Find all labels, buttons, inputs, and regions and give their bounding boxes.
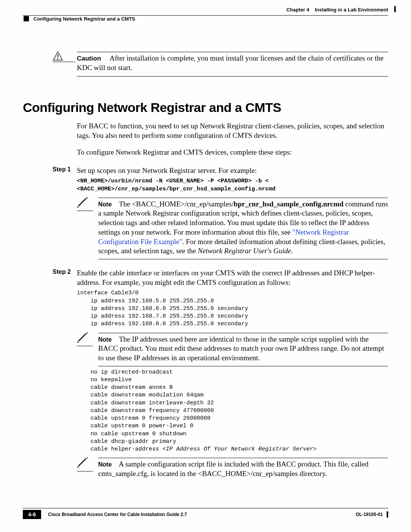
header-chapter-title: Installing in a Lab Environment [315,7,388,13]
section-title: Configuring Network Registrar and a CMTS [23,100,388,115]
caution-icon [23,51,77,62]
svg-line-9 [78,459,86,466]
caution-label: Caution [77,55,101,62]
step-2-label: Step 2 [23,268,77,275]
svg-marker-11 [77,466,78,468]
step-1-note-label: Note [98,201,117,209]
footer-doc-id: OL-19105-01 [356,512,383,517]
section-intro-1: For BACC to function, you need to set up… [77,121,388,140]
step-2-note2-label: Note [98,461,117,469]
caution-block: Caution After installation is complete, … [23,51,388,78]
header-chapter: Chapter 4 Installing in a Lab Environmen… [287,7,388,13]
footer-marker-icon [387,511,388,518]
svg-line-3 [78,198,86,206]
note-icon [77,197,98,211]
page-footer: 4-6 Cisco Broadband Access Center for Ca… [23,508,388,519]
note-icon [77,457,98,471]
page-number-badge: 4-6 [23,510,41,519]
section-intro-2: To configure Network Registrar and CMTS … [77,147,388,157]
step-1-text: Set up scopes on your Network Registrar … [77,166,388,176]
svg-marker-7 [86,332,88,334]
header-chapter-label: Chapter 4 [287,7,309,13]
content: Caution After installation is complete, … [23,51,388,479]
step-2-code-1: interface Cable3/0 ip address 192.168.5.… [77,289,388,328]
step-2-note2-text: A sample configuration script file is in… [98,460,368,478]
page: Chapter 4 Installing in a Lab Environmen… [0,0,411,532]
step-2-text: Enable the cable interface or interfaces… [77,268,388,287]
step-1: Step 1 Set up scopes on your Network Reg… [23,166,388,259]
header-square-icon [24,16,29,21]
running-header: Chapter 4 Installing in a Lab Environmen… [23,15,388,28]
svg-point-2 [57,58,59,59]
step-2-note-2: Note A sample configuration script file … [77,457,388,478]
step-2-code-2: no ip directed-broadcast no keepalive ca… [77,369,388,454]
header-marker-icon [394,6,396,12]
step-1-label: Step 1 [23,166,77,173]
step-2-note-1: Note The IP addresses used here are iden… [77,332,388,366]
caution-text: After installation is complete, you must… [77,54,384,72]
step-1-note-text: The <BACC_HOME>/cnr_ep/samples/bpr_cnr_h… [98,200,388,255]
step-2-note1-text: The IP addresses used here are identical… [98,335,384,362]
step-1-note: Note The <BACC_HOME>/cnr_ep/samples/bpr_… [77,197,388,259]
footer-book-title: Cisco Broadband Access Center for Cable … [48,512,187,517]
step-2: Step 2 Enable the cable interface or int… [23,268,388,479]
step-2-note1-label: Note [98,336,117,344]
svg-line-6 [78,334,86,341]
step-1-command: <NR_HOME>/usrbin/nrcmd -N <USER_NAME> -P… [77,177,388,193]
svg-marker-10 [86,457,88,459]
svg-marker-4 [86,197,88,198]
svg-marker-8 [77,341,78,343]
header-topic: Configuring Network Registrar and a CMTS [33,16,135,22]
svg-marker-5 [77,206,78,208]
note-icon [77,332,98,347]
